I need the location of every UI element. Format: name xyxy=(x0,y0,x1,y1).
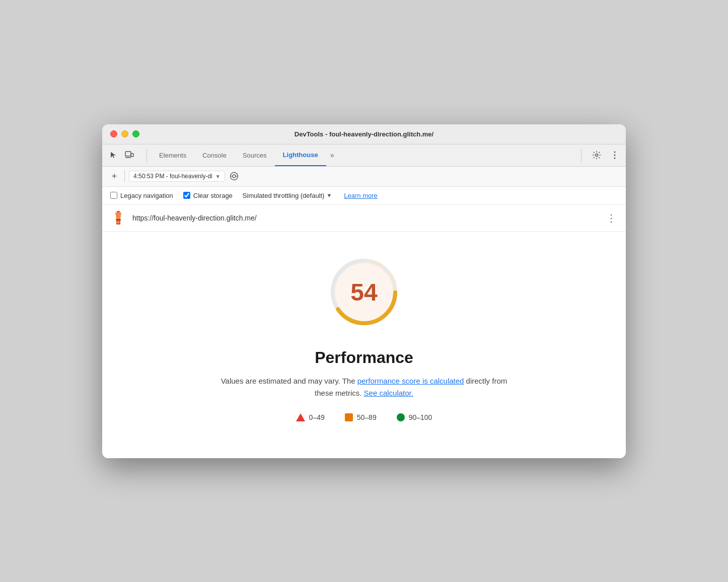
url-bar: https://foul-heavenly-direction.glitch.m… xyxy=(102,205,626,232)
toolbar-right xyxy=(577,148,622,162)
performance-description: Values are estimated and may vary. The p… xyxy=(213,375,515,399)
score-legend: 0–49 50–89 90–100 xyxy=(296,413,432,421)
devtools-window: DevTools - foul-heavenly-direction.glitc… xyxy=(102,124,626,458)
tab-sources[interactable]: Sources xyxy=(235,144,275,166)
throttling-label: Simulated throttling (default) ▼ xyxy=(243,192,332,199)
orange-square-icon xyxy=(345,413,353,421)
session-url-pill[interactable]: 4:50:53 PM - foul-heavenly-di ▼ xyxy=(129,171,225,182)
throttling-chevron-icon: ▼ xyxy=(326,192,332,198)
perf-score-link[interactable]: performance score is calculated xyxy=(357,377,464,385)
settings-icon[interactable] xyxy=(590,148,604,162)
toolbar-divider xyxy=(147,148,147,162)
legacy-navigation-checkbox[interactable] xyxy=(110,192,117,199)
close-button[interactable] xyxy=(110,130,117,137)
block-requests-icon[interactable] xyxy=(229,171,239,181)
tab-console[interactable]: Console xyxy=(194,144,235,166)
url-bar-more-icon[interactable]: ⋮ xyxy=(604,211,618,225)
tab-elements[interactable]: Elements xyxy=(151,144,194,166)
legacy-navigation-checkbox-label[interactable]: Legacy navigation xyxy=(110,192,173,199)
svg-rect-15 xyxy=(117,222,119,223)
audit-url: https://foul-heavenly-direction.glitch.m… xyxy=(132,214,598,222)
sec-divider xyxy=(124,170,125,182)
responsive-icon[interactable] xyxy=(122,148,136,162)
lighthouse-logo-icon xyxy=(110,210,126,226)
svg-rect-1 xyxy=(131,154,133,157)
secondary-toolbar: + 4:50:53 PM - foul-heavenly-di ▼ xyxy=(102,167,626,187)
learn-more-link[interactable]: Learn more xyxy=(344,192,377,199)
red-triangle-icon xyxy=(296,413,305,421)
window-title: DevTools - foul-heavenly-direction.glitc… xyxy=(295,130,433,138)
clear-storage-checkbox-label[interactable]: Clear storage xyxy=(183,192,233,199)
cursor-icon[interactable] xyxy=(106,148,120,162)
toolbar-icons xyxy=(106,148,136,162)
options-bar: Legacy navigation Clear storage Simulate… xyxy=(102,187,626,205)
tab-list: Elements Console Sources Lighthouse » xyxy=(151,144,577,166)
devtools-toolbar: Elements Console Sources Lighthouse » xyxy=(102,144,626,167)
clear-storage-checkbox[interactable] xyxy=(183,192,190,199)
score-gauge: 54 xyxy=(324,252,404,332)
svg-rect-13 xyxy=(116,219,121,221)
svg-rect-11 xyxy=(117,211,120,212)
title-bar: DevTools - foul-heavenly-direction.glitc… xyxy=(102,124,626,144)
svg-point-8 xyxy=(233,175,236,178)
more-options-icon[interactable] xyxy=(608,148,622,162)
green-circle-icon xyxy=(397,413,405,421)
svg-rect-0 xyxy=(125,152,131,156)
svg-point-6 xyxy=(614,158,616,159)
tab-lighthouse[interactable]: Lighthouse xyxy=(275,144,326,166)
legend-item-green: 90–100 xyxy=(397,413,432,421)
add-session-button[interactable]: + xyxy=(108,170,120,182)
svg-marker-12 xyxy=(115,212,121,219)
svg-point-4 xyxy=(614,152,616,153)
maximize-button[interactable] xyxy=(132,130,139,137)
legend-item-orange: 50–89 xyxy=(345,413,377,421)
svg-point-3 xyxy=(596,154,598,157)
toolbar-divider-right xyxy=(581,148,581,162)
minimize-button[interactable] xyxy=(121,130,128,137)
legend-item-red: 0–49 xyxy=(296,413,325,421)
traffic-lights xyxy=(110,130,139,137)
performance-score: 54 xyxy=(350,278,377,306)
performance-title: Performance xyxy=(315,348,413,367)
tab-overflow[interactable]: » xyxy=(326,144,338,166)
svg-point-5 xyxy=(614,155,616,156)
calculator-link[interactable]: See calculator. xyxy=(364,389,413,397)
main-content: 54 Performance Values are estimated and … xyxy=(102,232,626,458)
chevron-down-icon: ▼ xyxy=(215,174,221,179)
